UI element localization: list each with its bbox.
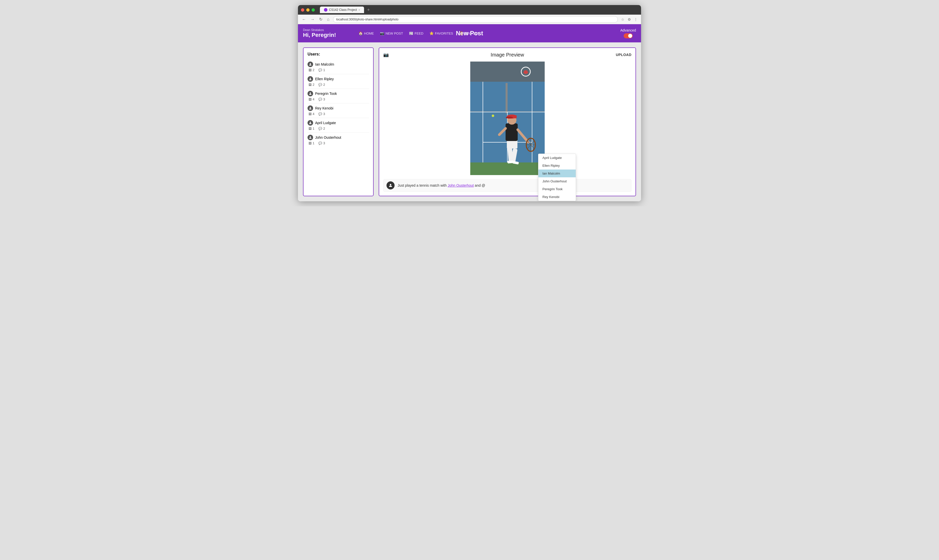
user-stats-april-ludgate: 🖼 1 💬 2 [308,127,369,131]
svg-point-5 [310,136,311,137]
svg-rect-16 [470,162,545,175]
user-name-april-ludgate: April Ludgate [315,121,336,125]
dot-green[interactable] [312,8,315,12]
user-name-row: Ian Malcolm [308,62,369,67]
user-stats-ian-malcolm: 🖼 2 💬 1 [308,68,369,72]
nav-favorites[interactable]: ⭐ FAVORITES [429,31,453,35]
address-bar[interactable] [333,16,618,23]
photo-stat-icon: 🖼 [309,98,312,101]
comment-suffix: and @ [474,183,485,188]
user-item-peregrin-took[interactable]: Peregrin Took 🖼 4 💬 3 [308,89,369,103]
user-item-john-ousterhout[interactable]: John Ousterhout 🖼 1 💬 3 [308,133,369,147]
svg-point-4 [310,122,311,123]
app-body: Users: Ian Malcolm 🖼 2 💬 1 [298,42,641,201]
advanced-toggle[interactable] [623,33,633,38]
upload-button[interactable]: UPLOAD [616,53,631,57]
user-avatar-ian-malcolm [308,62,313,67]
photos-count-john-ousterhout: 1 [312,141,314,145]
toggle-knob [628,34,632,38]
user-name-rey-kenobi: Rey Kenobi [315,106,333,110]
tab-close-button[interactable]: × [359,8,360,11]
stat-comments-ian-malcolm: 💬 1 [319,68,325,72]
dropdown-menu[interactable]: April Ludgate Ellen Ripley Ian Malcolm J… [538,154,576,201]
comment-stat-icon: 💬 [319,112,322,116]
dot-red[interactable] [301,8,304,12]
comments-count-april-ludgate: 2 [323,127,325,131]
comment-stat-icon: 💬 [319,127,322,131]
user-item-rey-kenobi[interactable]: Rey Kenobi 🖼 4 💬 3 [308,103,369,118]
comments-count-ian-malcolm: 1 [323,68,325,72]
home-button[interactable]: ⌂ [326,16,331,23]
svg-rect-23 [507,140,517,149]
stat-comments-april-ludgate: 💬 2 [319,127,325,131]
browser-toolbar: ← → ↻ ⌂ ☆ ⚙ ⋮ [298,15,641,24]
nav-feed[interactable]: 📰 FEED [409,31,423,35]
dropdown-item-ian-malcolm[interactable]: Ian Malcolm [538,169,576,177]
stat-photos-john-ousterhout: 🖼 1 [309,141,314,145]
app-header: Dean Stratakos Hi, Peregrin! 🏠 HOME 📷 NE… [298,24,641,42]
nav-feed-label: FEED [414,32,423,35]
dropdown-item-ellen-ripley[interactable]: Ellen Ripley [538,162,576,169]
browser-window: CS142 Class Project × + ← → ↻ ⌂ ☆ ⚙ ⋮ De… [298,5,641,201]
camera-upload-icon[interactable]: 📷 [383,52,389,57]
page-title: New Post [456,30,483,37]
stat-photos-ian-malcolm: 🖼 2 [309,68,314,72]
svg-point-37 [390,184,391,185]
header-user-info: Dean Stratakos Hi, Peregrin! [303,28,343,38]
dropdown-item-april-ludgate[interactable]: April Ludgate [538,154,576,162]
dropdown-item-rey-kenobi[interactable]: Rey Kenobi [538,193,576,201]
photo-stat-icon: 🖼 [309,127,312,131]
stat-photos-ellen-ripley: 🖼 2 [309,83,314,86]
new-tab-button[interactable]: + [367,7,370,12]
back-button[interactable]: ← [301,16,307,23]
dot-yellow[interactable] [306,8,309,12]
comment-stat-icon: 💬 [319,98,322,101]
panel-toolbar: 📷 Image Preview UPLOAD [383,52,631,57]
user-name-peregrin-took: Peregrin Took [315,92,337,95]
photo-stat-icon: 🖼 [309,68,312,72]
feed-nav-icon: 📰 [409,31,413,35]
home-nav-icon: 🏠 [359,31,363,35]
nav-new-post[interactable]: 📷 NEW POST [380,31,403,35]
user-stats-ellen-ripley: 🖼 2 💬 2 [308,83,369,86]
svg-rect-9 [506,83,508,113]
refresh-button[interactable]: ↻ [318,16,323,23]
user-avatar-john-ousterhout [308,135,313,140]
user-name-row: Peregrin Took [308,91,369,96]
svg-point-36 [506,117,513,118]
svg-rect-24 [506,123,518,141]
comments-count-peregrin-took: 3 [323,97,325,101]
user-item-april-ludgate[interactable]: April Ludgate 🖼 1 💬 2 [308,118,369,133]
stat-comments-peregrin-took: 💬 3 [319,97,325,101]
tennis-image [470,62,545,175]
star-icon[interactable]: ☆ [620,17,625,22]
photos-count-rey-kenobi: 4 [312,112,314,116]
stat-comments-ellen-ripley: 💬 2 [319,83,325,86]
menu-icon[interactable]: ⋮ [633,17,638,22]
user-name-ellen-ripley: Ellen Ripley [315,77,334,81]
svg-point-0 [310,63,311,64]
forward-button[interactable]: → [309,16,316,23]
user-item-ellen-ripley[interactable]: Ellen Ripley 🖼 2 💬 2 [308,74,369,89]
photos-count-peregrin-took: 4 [312,97,314,101]
comment-link[interactable]: John Ousterhout [448,183,474,188]
photo-stat-icon: 🖼 [309,142,312,145]
browser-titlebar: CS142 Class Project × + [298,5,641,15]
user-item-ian-malcolm[interactable]: Ian Malcolm 🖼 2 💬 1 [308,60,369,74]
comments-count-rey-kenobi: 3 [323,112,325,116]
tab-title: CS142 Class Project [329,8,357,12]
nav-home-label: HOME [364,32,374,35]
photo-stat-icon: 🖼 [309,83,312,86]
comments-count-ellen-ripley: 2 [323,83,325,86]
extensions-icon[interactable]: ⚙ [627,17,631,22]
user-stats-rey-kenobi: 🖼 4 💬 3 [308,112,369,116]
svg-rect-7 [470,62,545,82]
users-panel: Users: Ian Malcolm 🖼 2 💬 1 [303,48,374,196]
dropdown-item-john-ousterhout[interactable]: John Ousterhout [538,177,576,185]
browser-tab[interactable]: CS142 Class Project × [320,6,364,13]
stat-photos-april-ludgate: 🖼 1 [309,127,314,131]
dropdown-item-peregrin-took[interactable]: Peregrin Took [538,185,576,193]
header-greeting: Hi, Peregrin! [303,32,343,38]
nav-home[interactable]: 🏠 HOME [359,31,374,35]
advanced-label: Advanced [620,28,636,32]
